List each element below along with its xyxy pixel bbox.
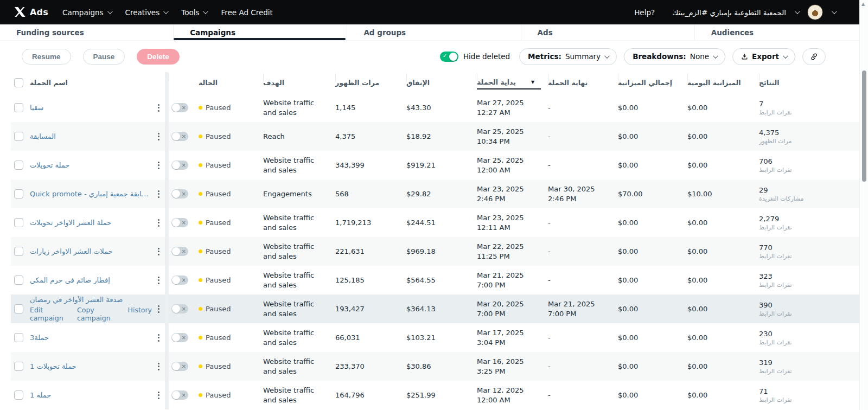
top-nav: Ads Campaigns Creatives Tools Free Ad Cr… xyxy=(0,0,868,24)
chevron-down-icon[interactable] xyxy=(832,9,837,14)
start-date-value: Mar 23, 2025 12:11 AM xyxy=(477,213,548,232)
table-row[interactable]: Quick promote - مسابقة جمعية إمباري... ×… xyxy=(11,180,868,208)
kebab-menu-icon[interactable] xyxy=(156,159,162,171)
kebab-menu-icon[interactable] xyxy=(156,361,162,373)
status-label: Paused xyxy=(206,161,231,169)
row-action-link[interactable]: Copy campaign xyxy=(77,306,123,322)
header-impressions[interactable]: مرات الظهور xyxy=(335,72,406,93)
tab-ads[interactable]: Ads xyxy=(521,24,694,40)
header-status[interactable]: الحالة xyxy=(195,72,263,93)
row-checkbox[interactable] xyxy=(14,276,23,285)
kebab-menu-icon[interactable] xyxy=(156,188,162,200)
campaign-name-link[interactable]: حملة تحويلات 1 xyxy=(30,362,152,370)
table-row[interactable]: حملة تحويلات 1 × Paused Websit xyxy=(11,352,868,381)
campaign-name-link[interactable]: سقيا xyxy=(30,104,152,112)
table-row[interactable]: حملة العشر الاواخر تحويلات × Paused xyxy=(11,208,868,237)
nav-item-campaigns[interactable]: Campaigns xyxy=(62,8,111,17)
campaign-name-link[interactable]: حملة تحويلات xyxy=(30,161,152,169)
campaign-enable-toggle[interactable]: × xyxy=(171,362,188,371)
campaign-name-link[interactable]: حملة العشر الاواخر تحويلات xyxy=(30,219,152,227)
campaign-name-link[interactable]: صدقة العشر الأواخر في رمضان xyxy=(30,296,152,304)
campaign-name-link[interactable]: حملة3 xyxy=(30,334,152,342)
row-checkbox[interactable] xyxy=(14,161,23,170)
account-name[interactable]: الجمعية التطوعية بإمباري #الزم_بيتك xyxy=(672,8,786,17)
delete-button[interactable]: Delete xyxy=(137,49,180,65)
header-start-date-sorted[interactable]: بداية الحملة ▼ xyxy=(477,72,548,93)
kebab-menu-icon[interactable] xyxy=(156,102,162,114)
campaign-enable-toggle[interactable]: × xyxy=(171,132,188,141)
vertical-scrollbar[interactable]: ▲ xyxy=(859,0,868,410)
kebab-menu-icon[interactable] xyxy=(156,274,162,286)
brand-home-link[interactable]: Ads xyxy=(14,7,48,18)
pause-button[interactable]: Pause xyxy=(83,49,125,65)
kebab-menu-icon[interactable] xyxy=(156,332,162,344)
nav-item-tools[interactable]: Tools xyxy=(181,8,207,17)
breakdowns-dropdown[interactable]: Breakdowns: None xyxy=(624,48,725,65)
table-row[interactable]: حملات العشر الاواخر زيارات × Paused xyxy=(11,237,868,266)
campaign-name-link[interactable]: إفطار صائم في حرم المكي xyxy=(30,276,152,284)
row-checkbox[interactable] xyxy=(14,333,23,342)
campaign-enable-toggle[interactable]: × xyxy=(171,304,188,313)
campaign-enable-toggle[interactable]: × xyxy=(171,189,188,198)
nav-item-free-ad-credit[interactable]: Free Ad Credit xyxy=(221,8,272,17)
header-results[interactable]: النتائج xyxy=(759,72,868,93)
scrollbar-thumb[interactable] xyxy=(862,71,866,182)
row-checkbox[interactable] xyxy=(14,189,23,198)
header-campaign-name[interactable]: اسم الحملة xyxy=(27,72,152,93)
row-checkbox[interactable] xyxy=(14,103,23,112)
campaign-enable-toggle[interactable]: × xyxy=(171,276,188,285)
scroll-up-arrow-icon[interactable]: ▲ xyxy=(861,2,865,7)
nav-item-creatives[interactable]: Creatives xyxy=(125,8,168,17)
campaign-enable-toggle[interactable]: × xyxy=(171,161,188,170)
kebab-menu-icon[interactable] xyxy=(156,246,162,258)
header-end-date[interactable]: نهاية الحملة xyxy=(548,72,618,93)
row-action-link[interactable]: Edit campaign xyxy=(30,306,72,322)
tab-audiences[interactable]: Audiences xyxy=(694,24,868,40)
header-objective[interactable]: الهدف xyxy=(263,72,335,93)
tab-funding-sources[interactable]: Funding sources xyxy=(0,24,173,40)
hide-deleted-toggle[interactable]: ✓ xyxy=(440,52,458,62)
header-total-budget[interactable]: إجمالي الميزانية xyxy=(618,72,687,93)
avatar[interactable] xyxy=(807,4,823,20)
table-row[interactable]: حملة3 × Paused Website traffic xyxy=(11,323,868,352)
row-checkbox[interactable] xyxy=(14,362,23,371)
help-link[interactable]: Help? xyxy=(634,8,655,17)
campaign-name-link[interactable]: المسابقة xyxy=(30,132,152,140)
export-button[interactable]: Export xyxy=(732,48,795,65)
table-row[interactable]: صدقة العشر الأواخر في رمضان Edit campaig… xyxy=(11,294,868,323)
campaign-name-link[interactable]: حملة 1 xyxy=(30,391,152,399)
table-row[interactable]: المسابقة × Paused Reach xyxy=(11,122,868,151)
row-checkbox[interactable] xyxy=(14,390,23,400)
campaign-name-link[interactable]: Quick promote - مسابقة جمعية إمباري... xyxy=(30,190,152,198)
row-checkbox[interactable] xyxy=(14,218,23,227)
header-spend[interactable]: الإنفاق xyxy=(406,72,477,93)
chevron-down-icon[interactable] xyxy=(795,9,800,14)
kebab-menu-icon[interactable] xyxy=(156,131,162,143)
row-action-link[interactable]: History xyxy=(128,306,152,322)
kebab-menu-icon[interactable] xyxy=(156,303,162,315)
table-row[interactable]: إفطار صائم في حرم المكي × Paused xyxy=(11,266,868,294)
tab-campaigns[interactable]: Campaigns xyxy=(173,24,347,40)
campaign-enable-toggle[interactable]: × xyxy=(171,218,188,227)
campaign-name-link[interactable]: حملات العشر الاواخر زيارات xyxy=(30,247,152,255)
tab-ad-groups[interactable]: Ad groups xyxy=(347,24,520,40)
select-all-checkbox[interactable] xyxy=(14,78,23,87)
table-row[interactable]: حملة 1 × Paused Website traffi xyxy=(11,381,868,409)
campaign-enable-toggle[interactable]: × xyxy=(171,103,188,112)
table-row[interactable]: حملة تحويلات × Paused Website xyxy=(11,151,868,180)
row-checkbox[interactable] xyxy=(14,304,23,313)
share-link-button[interactable] xyxy=(802,48,826,65)
campaign-enable-toggle[interactable]: × xyxy=(171,333,188,342)
header-daily-budget[interactable]: الميزانية اليومية xyxy=(687,72,759,93)
row-checkbox[interactable] xyxy=(14,132,23,141)
campaign-enable-toggle[interactable]: × xyxy=(171,247,188,256)
kebab-menu-icon[interactable] xyxy=(156,217,162,229)
kebab-menu-icon[interactable] xyxy=(156,389,162,401)
table-row[interactable]: سقيا × Paused Website traffic xyxy=(11,93,868,122)
campaign-enable-toggle[interactable]: × xyxy=(171,390,188,400)
metrics-dropdown[interactable]: Metrics: Summary xyxy=(519,48,617,65)
row-checkbox[interactable] xyxy=(14,247,23,256)
resume-button[interactable]: Resume xyxy=(22,49,71,65)
results-metric-label: نقرات الرابط xyxy=(759,310,868,317)
frozen-column-divider xyxy=(165,352,169,381)
